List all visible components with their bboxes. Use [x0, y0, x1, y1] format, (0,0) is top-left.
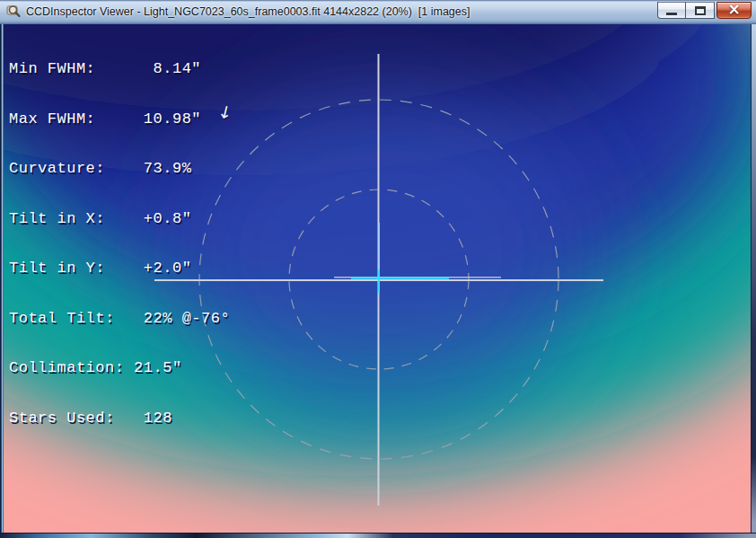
window-title: CCDInspector Viewer - Light_NGC7023_60s_… — [26, 5, 470, 18]
close-icon: × — [727, 2, 740, 17]
stat-line-curvature: Curvature: 73.9% — [9, 161, 230, 178]
minimize-icon — [666, 13, 677, 15]
stat-line-tilt-y: Tilt in Y: +2.0" — [9, 260, 230, 278]
app-icon — [6, 4, 22, 19]
stat-line-tilt-x: Tilt in X: +0.8" — [9, 211, 230, 228]
window-border-right — [751, 24, 756, 533]
window-controls: × — [657, 2, 752, 19]
window-border-left — [0, 24, 4, 533]
stat-line-max-fwhm: Max FWHM: 10.98" — [9, 111, 230, 128]
minimize-button[interactable] — [657, 2, 685, 19]
stats-readout: Min FWHM: 8.14" Max FWHM: 10.98" Curvatu… — [9, 28, 230, 460]
maximize-icon — [695, 6, 706, 15]
maximize-button[interactable] — [685, 2, 715, 19]
stat-line-stars-used: Stars Used: 128 — [9, 410, 230, 428]
ccdinspector-window: Min FWHM: 8.14" Max FWHM: 10.98" Curvatu… — [0, 0, 756, 538]
close-button[interactable]: × — [716, 2, 752, 19]
window-border-bottom — [0, 533, 756, 538]
map-royal-center-blob — [175, 85, 588, 418]
title-bar[interactable]: CCDInspector Viewer - Light_NGC7023_60s_… — [0, 0, 756, 24]
stat-line-total-tilt: Total Tilt: 22% @-76° — [9, 311, 230, 328]
stat-line-collimation: Collimation: 21.5" — [9, 360, 230, 377]
stat-line-min-fwhm: Min FWHM: 8.14" — [9, 61, 230, 78]
